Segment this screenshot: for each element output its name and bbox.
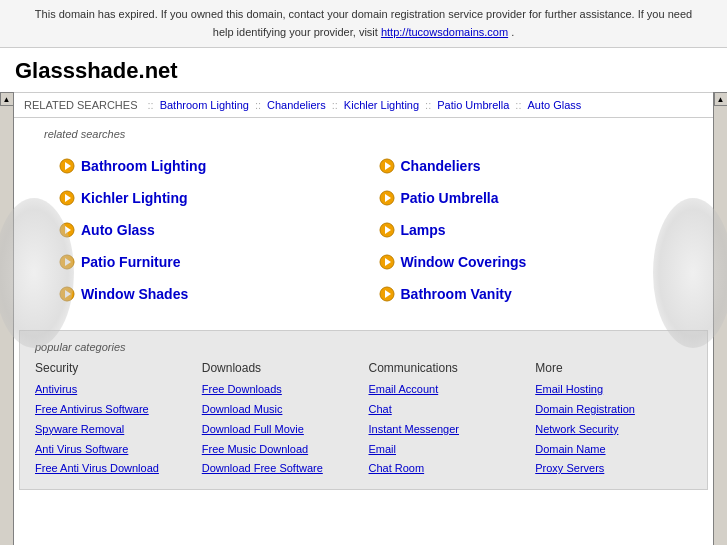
expired-domain-banner: This domain has expired. If you owned th… <box>0 0 727 48</box>
popular-grid: Security Antivirus Free Antivirus Softwa… <box>35 361 692 479</box>
content-area: RELATED SEARCHES :: Bathroom Lighting ::… <box>14 92 713 545</box>
banner-text1: This domain has expired. If you owned th… <box>35 8 692 20</box>
search-item-9: Bathroom Vanity <box>374 278 694 310</box>
search-item-2: Kichler Lighting <box>54 182 374 214</box>
arrow-icon-7 <box>379 254 395 270</box>
popular-col-downloads: Downloads Free Downloads Download Music … <box>202 361 359 479</box>
popular-link-more-4[interactable]: Proxy Servers <box>535 459 692 479</box>
related-bar-label: RELATED SEARCHES <box>24 99 138 111</box>
arrow-icon-3 <box>379 190 395 206</box>
popular-link-communications-3[interactable]: Email <box>369 440 526 460</box>
popular-section: popular categories Security Antivirus Fr… <box>19 330 708 490</box>
popular-link-more-3[interactable]: Domain Name <box>535 440 692 460</box>
related-bar-item-0[interactable]: Bathroom Lighting <box>160 99 249 111</box>
search-link-5[interactable]: Lamps <box>401 222 446 238</box>
search-link-6[interactable]: Patio Furniture <box>81 254 181 270</box>
popular-link-communications-2[interactable]: Instant Messenger <box>369 420 526 440</box>
search-link-7[interactable]: Window Coverings <box>401 254 527 270</box>
popular-col-header-communications: Communications <box>369 361 526 375</box>
circle-decoration-right <box>653 198 727 348</box>
related-bar: RELATED SEARCHES :: Bathroom Lighting ::… <box>14 92 713 118</box>
sep5: :: <box>515 99 521 111</box>
arrow-icon-1 <box>379 158 395 174</box>
search-item-5: Lamps <box>374 214 694 246</box>
sep1: :: <box>148 99 154 111</box>
popular-link-security-0[interactable]: Antivirus <box>35 380 192 400</box>
popular-label: popular categories <box>35 341 692 353</box>
related-bar-item-3[interactable]: Patio Umbrella <box>437 99 509 111</box>
popular-link-downloads-0[interactable]: Free Downloads <box>202 380 359 400</box>
popular-link-downloads-1[interactable]: Download Music <box>202 400 359 420</box>
search-item-7: Window Coverings <box>374 246 694 278</box>
arrow-icon-9 <box>379 286 395 302</box>
popular-link-security-4[interactable]: Free Anti Virus Download <box>35 459 192 479</box>
search-link-0[interactable]: Bathroom Lighting <box>81 158 206 174</box>
arrow-icon-0 <box>59 158 75 174</box>
search-link-3[interactable]: Patio Umbrella <box>401 190 499 206</box>
search-item-6: Patio Furniture <box>54 246 374 278</box>
popular-link-downloads-4[interactable]: Download Free Software <box>202 459 359 479</box>
popular-link-more-1[interactable]: Domain Registration <box>535 400 692 420</box>
search-item-1: Chandeliers <box>374 150 694 182</box>
search-item-8: Window Shades <box>54 278 374 310</box>
popular-col-more: More Email Hosting Domain Registration N… <box>535 361 692 479</box>
popular-link-downloads-3[interactable]: Free Music Download <box>202 440 359 460</box>
sep3: :: <box>332 99 338 111</box>
arrow-icon-2 <box>59 190 75 206</box>
popular-col-communications: Communications Email Account Chat Instan… <box>369 361 526 479</box>
tucows-link[interactable]: http://tucowsdomains.com <box>381 26 508 38</box>
popular-col-header-security: Security <box>35 361 192 375</box>
popular-link-more-0[interactable]: Email Hosting <box>535 380 692 400</box>
section-label: related searches <box>44 128 693 140</box>
search-item-0: Bathroom Lighting <box>54 150 374 182</box>
popular-col-header-downloads: Downloads <box>202 361 359 375</box>
sep4: :: <box>425 99 431 111</box>
popular-link-communications-0[interactable]: Email Account <box>369 380 526 400</box>
popular-link-security-1[interactable]: Free Antivirus Software <box>35 400 192 420</box>
popular-link-communications-1[interactable]: Chat <box>369 400 526 420</box>
related-bar-item-2[interactable]: Kichler Lighting <box>344 99 419 111</box>
search-link-8[interactable]: Window Shades <box>81 286 188 302</box>
scroll-up-button[interactable]: ▲ <box>0 92 14 106</box>
search-item-3: Patio Umbrella <box>374 182 694 214</box>
search-grid: Bathroom Lighting Chandeliers Kichler <box>54 150 693 310</box>
search-link-2[interactable]: Kichler Lighting <box>81 190 188 206</box>
banner-text2: help identifying your provider, visit <box>213 26 378 38</box>
main-wrapper: ▲ ▼ RELATED SEARCHES :: Bathroom Lightin… <box>0 92 727 545</box>
search-link-4[interactable]: Auto Glass <box>81 222 155 238</box>
search-link-1[interactable]: Chandeliers <box>401 158 481 174</box>
popular-link-security-2[interactable]: Spyware Removal <box>35 420 192 440</box>
site-title: Glassshade.net <box>0 48 727 92</box>
search-item-4: Auto Glass <box>54 214 374 246</box>
circle-decoration-left <box>0 198 74 348</box>
related-bar-item-1[interactable]: Chandeliers <box>267 99 326 111</box>
popular-col-header-more: More <box>535 361 692 375</box>
related-bar-item-4[interactable]: Auto Glass <box>527 99 581 111</box>
main-section: related searches Bathroom Lighting Chan <box>14 118 713 320</box>
popular-link-security-3[interactable]: Anti Virus Software <box>35 440 192 460</box>
popular-link-more-2[interactable]: Network Security <box>535 420 692 440</box>
arrow-icon-5 <box>379 222 395 238</box>
popular-link-downloads-2[interactable]: Download Full Movie <box>202 420 359 440</box>
popular-link-communications-4[interactable]: Chat Room <box>369 459 526 479</box>
scroll-up-right-button[interactable]: ▲ <box>714 92 728 106</box>
search-link-9[interactable]: Bathroom Vanity <box>401 286 512 302</box>
popular-col-security: Security Antivirus Free Antivirus Softwa… <box>35 361 192 479</box>
sep2: :: <box>255 99 261 111</box>
